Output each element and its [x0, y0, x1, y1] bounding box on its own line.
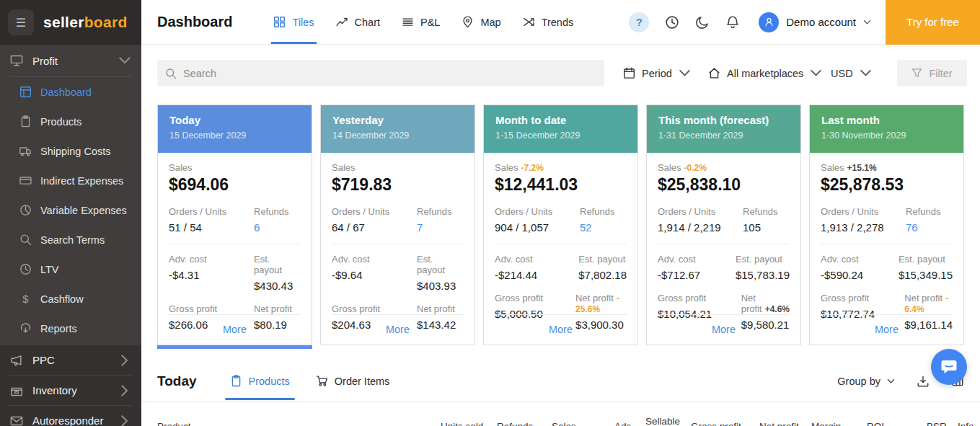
chevron-right-icon — [118, 354, 131, 367]
filter-label: Filter — [929, 68, 952, 79]
chevron-down-icon — [887, 378, 895, 384]
tab-order-items[interactable]: Order Items — [316, 360, 390, 401]
col-header-margin[interactable]: Margin — [811, 421, 841, 426]
clipboard-icon — [22, 116, 29, 126]
currency-label: USD — [831, 68, 853, 79]
sidebar-item-profit[interactable]: Profit — [0, 45, 141, 76]
refunds-label: Refunds — [254, 206, 301, 217]
sidebar-item-label: Variable Expenses — [40, 205, 127, 216]
card-title: Month to date — [495, 114, 626, 126]
group-by-dropdown[interactable]: Group by — [837, 376, 895, 387]
sidebar-item-shipping-costs[interactable]: Shipping Costs — [0, 136, 141, 166]
refunds-value[interactable]: 76 — [906, 221, 953, 234]
sales-label: Sales — [495, 162, 518, 173]
search-input[interactable] — [183, 68, 596, 79]
sidebar-item-label: Indirect Expenses — [40, 175, 123, 187]
tab-products[interactable]: Products — [230, 360, 290, 401]
col-header-ads[interactable]: Ads — [614, 421, 631, 426]
col-header-product[interactable]: Product — [157, 421, 191, 426]
refunds-value[interactable]: 52 — [580, 221, 627, 234]
chevron-down-icon — [863, 19, 871, 25]
sidebar-item-ppc[interactable]: PPC — [0, 345, 141, 375]
tab-label: Products — [249, 376, 290, 387]
refunds-value[interactable]: 7 — [417, 221, 464, 234]
more-link[interactable]: More — [495, 314, 627, 345]
account-menu[interactable]: Demo account — [759, 12, 871, 32]
sidebar-item-search-terms[interactable]: Search Terms — [0, 225, 141, 254]
sidebar-item-autoresponder[interactable]: Autoresponder — [0, 406, 141, 426]
orders-refunds-row: Orders / Units1,913 / 2,278 Refunds76 — [821, 206, 953, 234]
card-month-to-date[interactable]: Month to date 1-15 December 2029 Sales-7… — [483, 105, 638, 345]
card-last-month[interactable]: Last month 1-30 November 2029 Sales+15.1… — [809, 105, 964, 345]
col-header-sellable-returns[interactable]: Sellablereturns — [645, 415, 680, 426]
period-dropdown[interactable]: Period — [623, 60, 691, 86]
try-for-free-button[interactable]: Try for free — [886, 0, 980, 45]
map-pin-icon — [464, 17, 472, 27]
tab-chart[interactable]: Chart — [336, 0, 380, 44]
tab-trends[interactable]: Trends — [523, 0, 574, 44]
tab-map[interactable]: Map — [462, 0, 500, 44]
col-header-sales[interactable]: Sales — [552, 421, 576, 426]
export-download-button[interactable] — [917, 375, 930, 388]
sidebar-item-variable-expenses[interactable]: Variable Expenses — [0, 195, 141, 225]
filter-button[interactable]: Filter — [897, 60, 967, 86]
sidebar-item-label: Reports — [40, 323, 77, 334]
sidebar-item-label: Profit — [32, 55, 58, 67]
more-link[interactable]: More — [332, 314, 464, 345]
orders-units-value: 904 / 1,057 — [495, 221, 575, 234]
tab-tiles[interactable]: Tiles — [273, 0, 314, 44]
col-header-refunds[interactable]: Refunds — [497, 421, 533, 426]
tab-pnl[interactable]: P&L — [402, 0, 440, 44]
col-header-gross-profit[interactable]: Gross profit — [691, 421, 741, 426]
notifications-button[interactable] — [725, 15, 740, 30]
more-link[interactable]: More — [169, 314, 301, 345]
dark-mode-button[interactable] — [695, 15, 710, 30]
refunds-label: Refunds — [743, 206, 790, 217]
sidebar-item-indirect-expenses[interactable]: Indirect Expenses — [0, 166, 141, 195]
est-payout-label: Est. payout — [254, 254, 301, 275]
orders-units-label: Orders / Units — [332, 206, 412, 217]
net-profit-row: Net profit+4.6% — [741, 293, 790, 314]
sidebar-item-reports[interactable]: Reports — [0, 314, 141, 343]
card-body: Sales-7.2% $12,441.03 Orders / Units904 … — [484, 153, 637, 331]
sidebar-item-ltv[interactable]: LTV — [0, 254, 141, 284]
est-payout-label: Est. payout — [899, 254, 953, 265]
bottom-section: Today Products Order Items Group by Prod… — [141, 360, 980, 426]
chat-widget-button[interactable] — [931, 349, 967, 385]
sidebar-item-inventory[interactable]: Inventory — [0, 376, 141, 405]
card-yesterday[interactable]: Yesterday 14 December 2029 Sales $719.83… — [320, 105, 475, 345]
chevron-down-icon — [679, 67, 691, 79]
adv-cost-label: Adv. cost — [332, 254, 412, 265]
sidebar-item-label: Inventory — [32, 384, 77, 396]
more-link[interactable]: More — [821, 314, 953, 345]
hamburger-menu-icon[interactable]: ☰ — [8, 9, 34, 35]
divider — [141, 401, 980, 402]
col-header-roi[interactable]: ROI — [867, 421, 884, 426]
refunds-value[interactable]: 6 — [254, 221, 301, 234]
orders-units-value: 64 / 67 — [332, 221, 412, 234]
sidebar-item-cashflow[interactable]: $ Cashflow — [0, 284, 141, 314]
card-today[interactable]: Today 15 December 2029 Sales $694.06 Ord… — [157, 105, 312, 345]
sidebar-item-dashboard[interactable]: Dashboard — [0, 77, 141, 107]
more-link[interactable]: More — [658, 314, 790, 345]
tab-label: Chart — [355, 17, 380, 28]
currency-dropdown[interactable]: USD — [831, 60, 872, 86]
adv-cost-value: -$9.64 — [332, 269, 412, 281]
card-this-month-forecast[interactable]: This month (forecast) 1-31 December 2029… — [646, 105, 801, 345]
col-header-info[interactable]: Info — [958, 421, 974, 426]
col-header-net-profit[interactable]: Net profit — [759, 421, 799, 426]
col-header-units-sold[interactable]: Units sold — [441, 421, 483, 426]
card-title: Last month — [821, 114, 952, 126]
sales-label: Sales — [169, 162, 193, 173]
col-header-bsr[interactable]: BSR — [927, 421, 947, 426]
help-icon[interactable]: ? — [629, 12, 649, 32]
sidebar-item-products[interactable]: Products — [0, 107, 141, 136]
search-icon — [21, 235, 30, 244]
net-profit-label: Net profit — [904, 293, 943, 303]
marketplaces-dropdown[interactable]: All marketplaces — [708, 60, 822, 86]
logo-text-seller: seller — [43, 14, 84, 30]
marketplaces-label: All marketplaces — [727, 68, 803, 79]
history-button[interactable] — [665, 15, 679, 30]
sales-label: Sales — [821, 162, 844, 173]
filter-bar: Period All marketplaces USD Filter — [141, 45, 980, 88]
